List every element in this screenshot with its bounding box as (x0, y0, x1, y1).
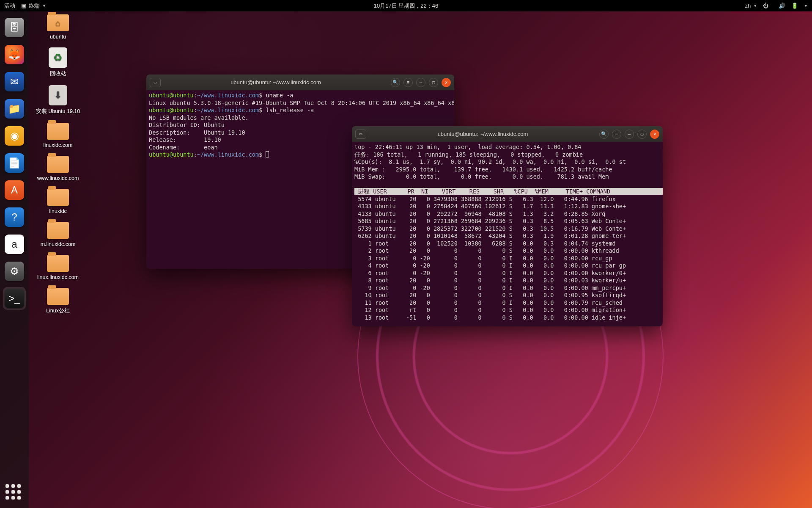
desktop-icon-home[interactable]: ubuntu (35, 14, 81, 40)
volume-icon[interactable]: 🔊 (779, 3, 785, 9)
folder-icon (47, 156, 69, 173)
desktop-icon-folder6[interactable]: Linux公社 (35, 288, 81, 315)
terminal-icon: >_ (5, 289, 24, 308)
software-icon: A (5, 180, 24, 200)
maximize-button[interactable]: ▢ (429, 78, 438, 87)
dock-software[interactable]: A (3, 179, 26, 202)
minimize-button[interactable]: — (625, 130, 634, 139)
top-bar: 活动 ▣ 终端 ▼ 10月17日 星期四，22：46 zh ▼ ⏻⠀ 🔊 🔋 ▼ (0, 0, 812, 11)
chevron-down-icon: ▼ (42, 4, 46, 8)
dock-nautilus[interactable]: 🗄 (3, 16, 26, 39)
dock-files[interactable]: 📁 (3, 97, 26, 120)
dock-writer[interactable]: 📄 (3, 152, 26, 174)
minimize-button[interactable]: — (416, 78, 425, 87)
dock-terminal[interactable]: >_ (3, 287, 26, 310)
firefox-icon: 🦊 (5, 45, 24, 64)
help-icon: ? (5, 207, 24, 227)
app-menu-label: 终端 (29, 2, 40, 10)
battery-icon[interactable]: 🔋 (791, 3, 798, 9)
search-button[interactable]: 🔍 (599, 130, 609, 139)
desktop-icon-folder1[interactable]: linuxidc.com (35, 123, 81, 148)
desktop-icon-folder2[interactable]: www.linuxidc.com (35, 156, 81, 181)
window-title: ubuntu@ubuntu: ~/www.linuxidc.com (370, 131, 596, 137)
terminal-icon: ▣ (21, 3, 26, 9)
window-title: ubuntu@ubuntu: ~/www.linuxidc.com (164, 79, 387, 86)
desktop-icons: ubuntu♻回收站⬇安装 Ubuntu 19.10linuxidc.comww… (35, 14, 81, 322)
settings-icon: ⚙ (5, 262, 24, 281)
rhythmbox-icon: ◉ (5, 126, 24, 146)
input-source-label: zh (745, 3, 751, 9)
terminal-output[interactable]: top - 22:46:11 up 13 min, 1 user, load a… (352, 142, 663, 326)
folder-icon (47, 123, 69, 140)
network-icon[interactable]: ⏻⠀ (763, 3, 773, 9)
new-tab-button[interactable]: ▭ (150, 78, 161, 87)
menu-button[interactable]: ≡ (612, 130, 621, 139)
search-button[interactable]: 🔍 (391, 78, 400, 87)
folder-icon (47, 222, 69, 239)
nautilus-icon: 🗄 (5, 18, 24, 37)
desktop-icon-folder3[interactable]: linuxidc (35, 189, 81, 214)
desktop-icon-folder5[interactable]: linux.linuxidc.com (35, 255, 81, 280)
folder-icon (47, 255, 69, 272)
desktop-icon-label: linuxidc.com (44, 142, 73, 148)
app-menu[interactable]: ▣ 终端 ▼ (21, 2, 46, 10)
close-button[interactable]: ✕ (442, 78, 451, 87)
activities-button[interactable]: 活动 (4, 2, 15, 10)
dock-amazon[interactable]: a (3, 233, 26, 256)
dock-help[interactable]: ? (3, 206, 26, 229)
desktop-icon-label: 回收站 (50, 70, 66, 77)
desktop-icon-folder4[interactable]: m.linuxidc.com (35, 222, 81, 247)
writer-icon: 📄 (5, 153, 24, 173)
folder-icon (47, 288, 69, 305)
desktop-icon-label: m.linuxidc.com (41, 241, 76, 247)
dock-firefox[interactable]: 🦊 (3, 43, 26, 66)
clock[interactable]: 10月17日 星期四，22：46 (374, 2, 438, 10)
folder-icon (47, 189, 69, 206)
input-source[interactable]: zh ▼ (745, 3, 757, 9)
titlebar[interactable]: ▭ ubuntu@ubuntu: ~/www.linuxidc.com 🔍 ≡ … (146, 75, 454, 90)
chevron-down-icon: ▼ (804, 4, 808, 8)
desktop-icon-label: linuxidc (49, 208, 67, 214)
trash-icon: ♻ (49, 47, 67, 68)
amazon-icon: a (5, 235, 24, 254)
folder-icon (47, 14, 69, 31)
show-applications-button[interactable] (5, 484, 23, 502)
installer-icon: ⬇ (49, 85, 67, 105)
chevron-down-icon: ▼ (753, 4, 757, 8)
terminal-window-2[interactable]: ▭ ubuntu@ubuntu: ~/www.linuxidc.com 🔍 ≡ … (352, 126, 663, 326)
titlebar[interactable]: ▭ ubuntu@ubuntu: ~/www.linuxidc.com 🔍 ≡ … (352, 126, 663, 142)
desktop-icon-label: linux.linuxidc.com (37, 274, 79, 280)
dock-thunderbird[interactable]: ✉ (3, 70, 26, 93)
desktop-icon-label: www.linuxidc.com (37, 175, 79, 181)
dock: 🗄🦊✉📁◉📄A?a⚙>_ (0, 11, 29, 508)
thunderbird-icon: ✉ (5, 72, 24, 91)
files-icon: 📁 (5, 99, 24, 119)
maximize-button[interactable]: ▢ (637, 130, 647, 139)
desktop-icon-label: ubuntu (50, 34, 66, 40)
desktop-icon-label: Linux公社 (46, 307, 70, 315)
dock-rhythmbox[interactable]: ◉ (3, 124, 26, 147)
menu-button[interactable]: ≡ (403, 78, 413, 87)
desktop-icon-installer[interactable]: ⬇安装 Ubuntu 19.10 (35, 85, 81, 115)
desktop-icon-label: 安装 Ubuntu 19.10 (36, 108, 80, 115)
new-tab-button[interactable]: ▭ (355, 130, 366, 139)
dock-settings[interactable]: ⚙ (3, 260, 26, 283)
desktop-icon-trash[interactable]: ♻回收站 (35, 47, 81, 77)
close-button[interactable]: ✕ (650, 130, 659, 139)
